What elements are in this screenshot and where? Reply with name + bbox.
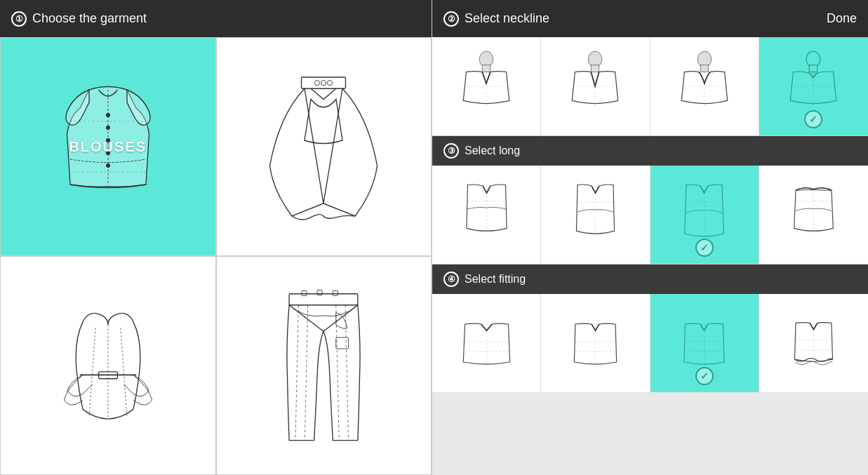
fitting-option-3[interactable]: [650, 294, 759, 392]
done-button[interactable]: Done: [827, 11, 857, 26]
app-container: ① Choose the garment: [0, 0, 868, 475]
svg-point-10: [328, 81, 333, 86]
svg-point-1: [106, 126, 109, 129]
step3-circle: ③: [443, 143, 459, 159]
long-option-2[interactable]: [541, 166, 650, 264]
svg-rect-29: [592, 65, 599, 72]
svg-rect-18: [333, 290, 338, 295]
neckline-options-row: [432, 37, 868, 136]
garment-pants[interactable]: [216, 256, 432, 475]
garment-cape[interactable]: [216, 37, 432, 256]
step4-circle: ④: [443, 272, 459, 287]
svg-rect-37: [810, 65, 817, 72]
left-panel: ① Choose the garment: [0, 0, 432, 475]
svg-line-21: [305, 305, 308, 441]
svg-line-22: [336, 305, 339, 441]
svg-point-9: [321, 81, 326, 86]
long-option-1[interactable]: [432, 166, 541, 264]
fitting-option-4[interactable]: [759, 294, 868, 392]
svg-rect-19: [336, 337, 349, 349]
neckline-option-4[interactable]: [759, 37, 868, 135]
garment-corset[interactable]: [0, 256, 216, 475]
svg-point-0: [106, 113, 109, 116]
svg-line-20: [295, 305, 298, 441]
svg-rect-33: [700, 65, 708, 72]
fitting-check-3: [695, 367, 714, 385]
step2-circle: ②: [443, 11, 459, 27]
neckline-option-1[interactable]: [432, 37, 541, 135]
right-header-left: ② Select neckline: [443, 11, 549, 27]
long-check-3: [695, 239, 714, 257]
long-options-row: [432, 166, 868, 265]
svg-rect-15: [289, 294, 358, 305]
neckline-option-2[interactable]: [541, 37, 650, 135]
garment-blouses[interactable]: BLOUSES: [0, 37, 216, 256]
long-section-title: Select long: [465, 145, 520, 157]
blouse-label: BLOUSES: [69, 139, 147, 155]
svg-rect-7: [302, 77, 346, 88]
svg-rect-25: [482, 65, 490, 72]
left-header: ① Choose the garment: [0, 0, 432, 37]
fitting-section-title: Select fitting: [465, 273, 526, 286]
right-header: ② Select neckline Done: [432, 0, 868, 37]
left-header-title: Choose the garment: [32, 11, 147, 26]
svg-line-13: [89, 328, 95, 415]
fitting-section-header: ④ Select fitting: [432, 265, 868, 294]
garment-grid: BLOUSES: [0, 37, 432, 475]
svg-point-8: [315, 81, 320, 86]
right-header-title: Select neckline: [465, 11, 549, 26]
fitting-option-2[interactable]: [541, 294, 650, 392]
long-section-header: ③ Select long: [432, 136, 868, 166]
svg-point-4: [106, 163, 109, 167]
fitting-options-row: [432, 294, 868, 392]
right-panel: ② Select neckline Done: [432, 0, 868, 475]
neckline-check-4: [804, 110, 822, 128]
svg-rect-16: [302, 290, 307, 295]
svg-line-14: [121, 328, 127, 415]
svg-rect-17: [317, 290, 322, 295]
step1-circle: ①: [11, 11, 27, 27]
fitting-option-1[interactable]: [432, 294, 541, 392]
neckline-option-3[interactable]: [650, 37, 759, 135]
long-option-4[interactable]: [759, 166, 868, 264]
long-option-3[interactable]: [650, 166, 759, 264]
